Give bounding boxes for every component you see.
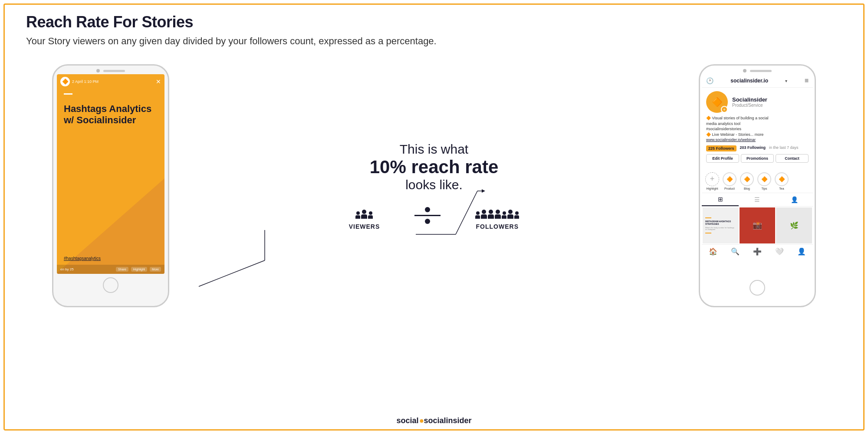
right-phone-notch bbox=[700, 66, 815, 74]
ig-reels-tab[interactable]: ☰ bbox=[739, 193, 776, 206]
ig-profile-section: 🔶 + Socialinsider Product/Service 🔶 Visu… bbox=[702, 88, 813, 170]
follower-2 bbox=[481, 210, 487, 219]
ig-tab-bar: ⊞ ☰ 👤 bbox=[702, 193, 813, 207]
ig-avatar: 🔶 + bbox=[706, 91, 728, 113]
follower-6 bbox=[507, 210, 513, 219]
page-subtitle: Your Story viewers on any given day divi… bbox=[26, 36, 842, 47]
story-avatar: 🔶 bbox=[60, 77, 70, 86]
ig-highlight-product[interactable]: 🔶 Product bbox=[723, 172, 736, 190]
person-3 bbox=[368, 211, 373, 219]
right-phone-screen: 🕐 socialinsider.io ▾ ≡ 🔶 + Socialinsider bbox=[702, 74, 813, 278]
ig-bio: 🔶 Visual stories of building a social me… bbox=[706, 115, 809, 143]
page-title: Reach Rate For Stories bbox=[26, 13, 842, 31]
ig-bottom-nav: 🏠 🔍 ➕ 🤍 👤 bbox=[702, 244, 813, 258]
ig-bio-line1: 🔶 Visual stories of building a social bbox=[706, 115, 809, 121]
ig-back-icon[interactable]: 🕐 bbox=[706, 77, 713, 84]
ig-highlight-blog[interactable]: 🔶 Blog bbox=[740, 172, 754, 190]
follower-1 bbox=[475, 211, 480, 219]
ig-contact-btn[interactable]: Contact bbox=[776, 154, 809, 163]
right-phone-dot bbox=[743, 69, 746, 72]
reach-rate-text: This is what 10% reach rate looks like. bbox=[370, 142, 499, 192]
ig-grid-item-3: 🌿 bbox=[776, 207, 812, 243]
left-phone-dot bbox=[96, 69, 100, 72]
ig-profile-name: Socialinsider bbox=[732, 96, 767, 103]
divider-dot-top bbox=[425, 207, 430, 212]
left-phone: 🔶 2 April 1:10 PM ✕ Hashtags Analytics w… bbox=[52, 64, 169, 307]
ig-tea-label: Tea bbox=[779, 187, 784, 190]
story-bottom-actions: Share Highlight More bbox=[116, 267, 161, 272]
ig-promotions-btn[interactable]: Promotions bbox=[741, 154, 774, 163]
left-phone-home-button[interactable] bbox=[103, 277, 118, 293]
follower-3 bbox=[488, 210, 494, 219]
followers-icon bbox=[475, 210, 519, 219]
ig-add-label: Highlight bbox=[706, 187, 718, 190]
ig-home-nav[interactable]: 🏠 bbox=[709, 247, 717, 256]
ig-tips-circle: 🔶 bbox=[757, 172, 771, 186]
ig-tagged-tab[interactable]: 👤 bbox=[776, 193, 813, 206]
followers-label: FOLLOWERS bbox=[476, 223, 519, 230]
right-phone-home-button[interactable] bbox=[750, 280, 765, 296]
ig-highlight-tea[interactable]: 🔶 Tea bbox=[775, 172, 789, 190]
left-phone-notch bbox=[53, 66, 168, 74]
story-content: Hashtags Analytics w/ Socialinsider bbox=[57, 89, 164, 135]
person-2 bbox=[361, 210, 367, 219]
ig-add-highlight[interactable]: + Highlight bbox=[705, 172, 719, 190]
story-time: 2 April 1:10 PM bbox=[72, 79, 156, 84]
story-highlight-btn[interactable]: Highlight bbox=[131, 267, 147, 272]
ig-bio-line2: media analytics tool bbox=[706, 121, 809, 127]
left-phone-screen: 🔶 2 April 1:10 PM ✕ Hashtags Analytics w… bbox=[57, 74, 164, 274]
ig-following-count: 203 Following bbox=[740, 145, 766, 151]
ig-views-text: in the last 7 days bbox=[769, 145, 799, 151]
ig-product-label: Product bbox=[724, 187, 735, 190]
story-more-btn[interactable]: More bbox=[150, 267, 161, 272]
ig-avatar-badge: + bbox=[721, 106, 728, 113]
story-dash bbox=[64, 93, 72, 95]
reach-line1: This is what bbox=[370, 142, 499, 157]
formula-section: VIEWERS bbox=[349, 210, 519, 230]
footer: social socialinsider bbox=[396, 416, 471, 425]
ig-highlight-tips[interactable]: 🔶 Tips bbox=[757, 172, 771, 190]
story-header: 🔶 2 April 1:10 PM ✕ bbox=[57, 74, 164, 89]
ig-action-buttons: Edit Profile Promotions Contact bbox=[706, 154, 809, 163]
left-phone-speaker bbox=[103, 70, 125, 72]
story-close-icon[interactable]: ✕ bbox=[156, 78, 161, 85]
story-background: 🔶 2 April 1:10 PM ✕ Hashtags Analytics w… bbox=[57, 74, 164, 274]
division-symbol bbox=[414, 207, 441, 224]
ig-bio-line3: #socialinsiderstories bbox=[706, 126, 809, 132]
follower-4 bbox=[495, 210, 501, 219]
ig-bio-line5[interactable]: www.socialinsider.io/webinar bbox=[706, 137, 809, 143]
follower-7 bbox=[514, 211, 519, 219]
ig-followers-count: 225 Followers bbox=[706, 145, 736, 151]
center-section: This is what 10% reach rate looks like. bbox=[169, 142, 699, 230]
story-title: Hashtags Analytics w/ Socialinsider bbox=[64, 103, 158, 126]
footer-brand-text-left: social bbox=[396, 416, 418, 425]
ig-grid-tab[interactable]: ⊞ bbox=[702, 193, 739, 206]
ig-bio-line4: 🔶 Live Webinar - Stories... more bbox=[706, 132, 809, 138]
ig-heart-nav[interactable]: 🤍 bbox=[775, 247, 784, 256]
ig-edit-profile-btn[interactable]: Edit Profile bbox=[706, 154, 739, 163]
ig-stats: 225 Followers 203 Following in the last … bbox=[706, 145, 809, 151]
ig-tips-label: Tips bbox=[762, 187, 767, 190]
ig-blog-label: Blog bbox=[744, 187, 750, 190]
ig-add-icon: + bbox=[705, 172, 719, 186]
right-phone-speaker bbox=[750, 70, 772, 72]
story-share-btn[interactable]: Share bbox=[116, 267, 128, 272]
divider-dot-bottom bbox=[425, 219, 430, 224]
ig-profile-type: Product/Service bbox=[732, 103, 767, 108]
story-bottom-bar: en by 25 Share Highlight More bbox=[57, 265, 164, 274]
ig-add-nav[interactable]: ➕ bbox=[753, 247, 762, 256]
ig-dropdown-icon[interactable]: ▾ bbox=[785, 79, 787, 83]
ig-search-nav[interactable]: 🔍 bbox=[731, 247, 740, 256]
ig-profile-nav[interactable]: 👤 bbox=[797, 247, 806, 256]
ig-grid-item-2: 📸 bbox=[740, 207, 776, 243]
left-phone-bottom bbox=[53, 277, 168, 293]
footer-logo: social socialinsider bbox=[396, 416, 471, 425]
right-phone-bottom bbox=[700, 280, 815, 296]
ig-profile-info: Socialinsider Product/Service bbox=[732, 96, 767, 108]
ig-header: 🕐 socialinsider.io ▾ ≡ bbox=[702, 74, 813, 88]
content-area: Reach Rate For Stories Your Story viewer… bbox=[26, 13, 842, 303]
footer-logo-dot bbox=[420, 419, 423, 423]
ig-menu-icon[interactable]: ≡ bbox=[805, 77, 809, 85]
main-section: 🔶 2 April 1:10 PM ✕ Hashtags Analytics w… bbox=[26, 64, 842, 307]
ig-grid-item-1: INSTAGRAM HASHTAGS STRATEGIES What's the… bbox=[703, 207, 739, 243]
